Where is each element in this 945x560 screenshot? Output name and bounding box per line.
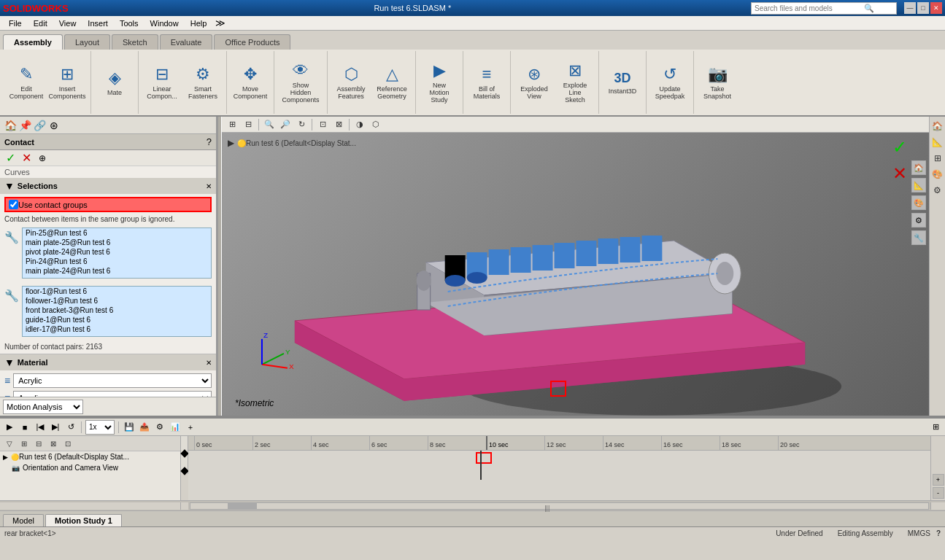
tl-tree-child[interactable]: 📷 Orientation and Camera View bbox=[0, 462, 180, 473]
tl-filter-3[interactable]: ⊟ bbox=[32, 438, 45, 449]
explode-line-sketch-button[interactable]: ⊠ Explode Line Sketch bbox=[555, 57, 595, 108]
tl-filter-1[interactable]: ▽ bbox=[3, 438, 16, 449]
right-icon-1[interactable]: 🏠 bbox=[931, 120, 944, 133]
list-item[interactable]: front bracket-3@Run test 6 bbox=[23, 306, 211, 315]
tl-btn-next[interactable]: ▶| bbox=[49, 421, 62, 434]
list-item[interactable]: idler-17@Run test 6 bbox=[23, 324, 211, 334]
right-icon-2[interactable]: 📐 bbox=[931, 136, 944, 149]
right-icon-3[interactable]: ⊞ bbox=[931, 152, 944, 165]
tab-layout[interactable]: Layout bbox=[64, 34, 110, 50]
options-button[interactable]: ⊕ bbox=[35, 152, 50, 165]
cancel-button[interactable]: ✕ bbox=[19, 152, 34, 165]
tl-btn-play[interactable]: ▶ bbox=[3, 421, 16, 434]
move-component-button[interactable]: ✥ Move Component bbox=[230, 57, 271, 108]
vp-shading[interactable]: ◑ bbox=[352, 118, 367, 131]
tl-tree-root[interactable]: ▶ 🟡 Run test 6 (Default<Display Stat... bbox=[0, 451, 180, 462]
menu-edit[interactable]: Edit bbox=[28, 18, 53, 29]
tl-scroll-thumb[interactable] bbox=[228, 503, 257, 509]
menu-file[interactable]: File bbox=[3, 18, 28, 29]
tl-speed-select[interactable]: 1x2x0.5x bbox=[85, 420, 115, 435]
list-item[interactable]: Pin-25@Run test 6 bbox=[23, 228, 211, 238]
selection-list-1[interactable]: Pin-25@Run test 6 main plate-25@Run test… bbox=[22, 228, 212, 279]
exploded-view-button[interactable]: ⊛ Exploded View bbox=[514, 57, 555, 108]
vp-rotate[interactable]: ↻ bbox=[294, 118, 309, 131]
vp-display-type[interactable]: ⊠ bbox=[331, 118, 346, 131]
update-speedpak-button[interactable]: ↺ Update Speedpak bbox=[649, 57, 690, 108]
minimize-button[interactable]: — bbox=[904, 2, 916, 14]
tab-assembly[interactable]: Assembly bbox=[3, 34, 63, 50]
list-item[interactable]: follower-1@Run test 6 bbox=[23, 296, 211, 306]
viewport-green-check[interactable]: ✓ bbox=[892, 137, 907, 158]
vp-right-btn-4[interactable]: ⚙ bbox=[911, 213, 926, 228]
viewport-red-x[interactable]: ✕ bbox=[892, 163, 907, 184]
vp-right-btn-3[interactable]: 🎨 bbox=[911, 195, 926, 210]
tl-filter-5[interactable]: ⊡ bbox=[61, 438, 74, 449]
selections-header[interactable]: ▼ Selections ✕ bbox=[0, 178, 216, 194]
vp-btn-1[interactable]: ⊞ bbox=[225, 118, 239, 131]
bill-of-materials-button[interactable]: ≡ Bill of Materials bbox=[466, 57, 507, 108]
take-snapshot-button[interactable]: 📷 Take Snapshot bbox=[697, 57, 738, 108]
edit-component-button[interactable]: ✎ Edit Component bbox=[6, 57, 47, 108]
tab-evaluate[interactable]: Evaluate bbox=[160, 34, 213, 50]
vp-right-btn-5[interactable]: 🔧 bbox=[911, 230, 926, 245]
tab-model[interactable]: Model bbox=[3, 514, 44, 526]
list-item[interactable]: main plate-24@Run test 6 bbox=[23, 266, 211, 276]
close-button[interactable]: ✕ bbox=[930, 2, 942, 14]
search-input[interactable] bbox=[755, 4, 864, 12]
assembly-features-button[interactable]: ⬡ Assembly Features bbox=[331, 57, 371, 108]
list-item[interactable]: guide-1@Run test 6 bbox=[23, 315, 211, 324]
list-item[interactable]: floor-1@Run test 6 bbox=[23, 287, 211, 296]
tl-btn-export[interactable]: 📤 bbox=[138, 421, 151, 434]
list-item[interactable]: Pin-24@Run test 6 bbox=[23, 257, 211, 266]
linear-component-button[interactable]: ⊟ Linear Compon... bbox=[142, 57, 182, 108]
selection-list-2[interactable]: floor-1@Run test 6 follower-1@Run test 6… bbox=[22, 286, 212, 337]
status-help[interactable]: ? bbox=[936, 529, 941, 537]
tl-filter-2[interactable]: ⊞ bbox=[18, 438, 31, 449]
vp-right-btn-1[interactable]: 🏠 bbox=[911, 160, 926, 175]
list-item[interactable]: main plate-25@Run test 6 bbox=[23, 238, 211, 247]
vp-wireframe[interactable]: ⬡ bbox=[369, 118, 383, 131]
panel-tool-4[interactable]: ⊛ bbox=[47, 118, 61, 133]
confirm-button[interactable]: ✓ bbox=[3, 152, 18, 165]
show-hidden-button[interactable]: 👁 Show Hidden Components bbox=[277, 57, 324, 108]
menu-window[interactable]: Window bbox=[144, 18, 185, 29]
maximize-button[interactable]: □ bbox=[917, 2, 929, 14]
right-icon-4[interactable]: 🎨 bbox=[931, 168, 944, 181]
material-select-1[interactable]: Acrylic Steel Aluminum bbox=[13, 373, 212, 388]
vp-view-selector[interactable]: ⊡ bbox=[315, 118, 330, 131]
menu-tools[interactable]: Tools bbox=[114, 18, 144, 29]
tl-btn-settings[interactable]: ⚙ bbox=[153, 421, 166, 434]
panel-tool-3[interactable]: 🔗 bbox=[32, 118, 47, 133]
tl-diamond-1[interactable] bbox=[180, 449, 188, 457]
window-buttons[interactable]: — □ ✕ bbox=[903, 2, 942, 14]
viewport[interactable]: ⊞ ⊟ 🔍 🔎 ↻ ⊡ ⊠ ◑ ⬡ ▶ 🟡 Run test 6 (Defaul… bbox=[222, 117, 929, 416]
panel-tool-1[interactable]: 🏠 bbox=[3, 118, 18, 133]
tl-zoom-out-btn[interactable]: - bbox=[933, 487, 944, 499]
vp-zoom-out[interactable]: 🔎 bbox=[278, 118, 293, 131]
tl-btn-loop[interactable]: ↺ bbox=[64, 421, 77, 434]
timeline-scrollbar[interactable]: ||| bbox=[0, 500, 945, 510]
smart-fasteners-button[interactable]: ⚙ Smart Fasteners bbox=[182, 57, 223, 108]
reference-geometry-button[interactable]: △ Reference Geometry bbox=[371, 57, 412, 108]
tl-btn-add-key[interactable]: + bbox=[184, 421, 197, 434]
tab-motion-study-1[interactable]: Motion Study 1 bbox=[45, 514, 122, 526]
tl-btn-save[interactable]: 💾 bbox=[123, 421, 136, 434]
contact-help[interactable]: ? bbox=[207, 136, 212, 147]
menu-help[interactable]: Help bbox=[185, 18, 213, 29]
use-contact-groups-checkbox[interactable] bbox=[9, 200, 18, 209]
tl-btn-prev[interactable]: |◀ bbox=[34, 421, 47, 434]
material-select-2[interactable]: Acrylic Steel Aluminum bbox=[13, 391, 212, 397]
vp-btn-2[interactable]: ⊟ bbox=[241, 118, 255, 131]
mate-button[interactable]: ◈ Mate bbox=[94, 57, 135, 108]
tl-btn-expand[interactable]: ⊞ bbox=[929, 421, 942, 434]
customize-icon[interactable]: ≫ bbox=[215, 18, 225, 28]
tl-zoom-in-btn[interactable]: + bbox=[933, 474, 944, 486]
menu-view[interactable]: View bbox=[53, 18, 82, 29]
list-item[interactable]: pivot plate-24@Run test 6 bbox=[23, 247, 211, 257]
tab-office-products[interactable]: Office Products bbox=[214, 34, 290, 50]
tl-btn-results[interactable]: 📊 bbox=[169, 421, 182, 434]
material-header[interactable]: ▼ Material ✕ bbox=[0, 354, 216, 370]
vp-zoom-in[interactable]: 🔍 bbox=[262, 118, 277, 131]
tl-btn-stop[interactable]: ■ bbox=[18, 421, 31, 434]
right-icon-5[interactable]: ⚙ bbox=[931, 184, 944, 197]
